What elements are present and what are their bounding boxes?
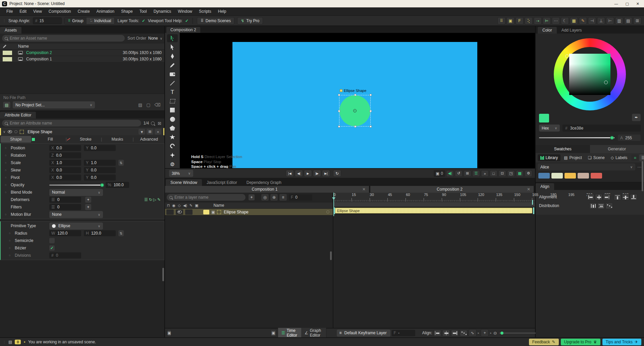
selection-handle[interactable] (370, 126, 372, 128)
direct-select-tool[interactable] (167, 43, 178, 51)
align-right-button[interactable] (451, 330, 459, 336)
panel-mode-icon[interactable]: ▣ (270, 329, 276, 337)
alpha-field[interactable]: A 255 (618, 135, 641, 141)
semicircle-checkbox[interactable] (49, 238, 55, 243)
composition-surface[interactable]: Ellipse Shape (232, 42, 477, 168)
layer-row-ellipse-shape[interactable]: ▣ Ellipse Shape (165, 209, 333, 215)
timeline[interactable]: 0153045607590105120135150165180195210225… (333, 193, 535, 328)
columns-icon[interactable]: ▥ (615, 17, 623, 24)
ease-curve-icon[interactable]: ∿ (469, 329, 477, 337)
keyframe-dot-icon[interactable]: ○ (1, 146, 11, 150)
visibility-eye-icon[interactable] (8, 130, 12, 133)
selection-handle[interactable] (370, 94, 372, 96)
deformer-shape-icon[interactable]: ▷ (153, 197, 156, 202)
deformer-loop-icon[interactable]: ↻ (149, 197, 152, 202)
clear-filter-icon[interactable]: ⊠ (157, 121, 162, 126)
grid-view-icon[interactable]: ⠶ (631, 154, 639, 161)
annotate-icon[interactable]: ✎ (579, 17, 587, 24)
left-panel-scrollbar[interactable] (162, 268, 164, 281)
selection-handle[interactable] (338, 126, 340, 128)
skew-y-field[interactable]: Y0.0 (84, 167, 116, 173)
position-x-field[interactable]: X0.0 (49, 145, 81, 151)
arc-tool[interactable] (167, 142, 178, 150)
alpha-slider[interactable] (539, 137, 614, 138)
keyframe-dot-icon[interactable]: ○ (1, 239, 15, 242)
collapse-chevron-icon[interactable]: ∨ (3, 130, 5, 134)
pivot-x-field[interactable]: X0.0 (49, 175, 81, 181)
go-to-start-button[interactable]: |◀ (286, 170, 294, 177)
layer-bounds-icon[interactable]: ⊡ (498, 170, 506, 177)
viewport-tool-help-checkbox[interactable]: ✓ (185, 18, 189, 23)
asset-search[interactable] (2, 35, 125, 42)
menu-item[interactable]: View (30, 8, 45, 15)
tab-masks[interactable]: Masks (102, 136, 132, 143)
layers-scrollbar[interactable] (330, 251, 332, 260)
radius-h-field[interactable]: H120.0 (84, 230, 116, 236)
polygon-tool[interactable] (167, 124, 178, 132)
scale-x-field[interactable]: X1.0 (49, 160, 81, 166)
asset-search-input[interactable] (10, 36, 122, 41)
tips-and-tricks-button[interactable]: Tips and Tricks ✈ (602, 339, 641, 345)
try-pro-button[interactable]: ↯ Try Pro (237, 17, 263, 24)
align-left-button[interactable] (587, 194, 594, 200)
timeline-overlay-icon[interactable]: ☰ (472, 170, 480, 177)
loop-button[interactable]: ↻ (333, 170, 341, 177)
save-icon[interactable]: ▢ (145, 102, 151, 107)
render-cell[interactable] (185, 209, 193, 215)
tab-javascript-editor[interactable]: JavaScript Editor (202, 179, 242, 186)
layer-tools-checkbox[interactable]: ✓ (142, 18, 145, 23)
frame-bounds-icon[interactable]: □ (490, 170, 497, 177)
position-y-field[interactable]: Y0.0 (84, 145, 116, 151)
align-center-h-button[interactable] (595, 194, 602, 200)
deformer-pen-icon[interactable]: ✎ (157, 197, 161, 202)
solo-ring-icon[interactable] (14, 130, 17, 133)
tab-add-layers[interactable]: Add Layers (557, 27, 587, 34)
close-icon[interactable]: ✕ (526, 187, 531, 192)
audio-icon[interactable]: ◀) (446, 170, 454, 177)
minimize-button[interactable]: — (614, 2, 618, 6)
add-keyframe-icon[interactable]: + (481, 329, 489, 337)
menu-item[interactable]: Shape (118, 8, 136, 15)
keyframe-dot-icon[interactable]: ○ (1, 176, 11, 179)
playhead[interactable] (333, 193, 334, 216)
table-icon[interactable]: ▦ (570, 17, 578, 24)
trash-icon[interactable]: ⌫ (154, 102, 162, 107)
popout-icon[interactable]: ⊞ (147, 129, 153, 135)
keyframe-dot-icon[interactable]: ○ (1, 161, 11, 164)
text-tool[interactable]: T (167, 88, 178, 96)
app-grid-icon[interactable]: ⠿ (497, 17, 505, 24)
align-middle-button[interactable] (622, 194, 629, 200)
keyframe-dot-icon[interactable]: ○ (1, 191, 11, 194)
close-button[interactable]: ✕ (636, 2, 639, 6)
motion-path-icon[interactable]: ⇢ (534, 17, 542, 24)
play-button[interactable]: ▶ (304, 170, 312, 177)
add-deformer-button[interactable]: + (85, 197, 91, 203)
link-radius-icon[interactable]: ⇅ (118, 230, 124, 236)
align-right-button[interactable] (603, 194, 610, 200)
star-tool[interactable] (167, 133, 178, 141)
camera-view-icon[interactable]: ▣ (167, 329, 171, 337)
pivot-tool-icon[interactable]: ⊕ (270, 194, 278, 201)
selection-handle[interactable] (338, 94, 340, 96)
moon-icon[interactable]: ☾ (561, 17, 569, 24)
bezier-checkbox[interactable]: ✓ (49, 245, 55, 251)
swatch-red[interactable] (591, 173, 602, 179)
palette-more-icon[interactable]: ⋯ (637, 165, 642, 169)
palette-dropdown[interactable]: Alice ∨ (538, 163, 635, 170)
labels-button[interactable]: ◇ Labels (608, 154, 630, 161)
select-tool[interactable] (167, 34, 178, 42)
menu-item[interactable]: Create (75, 8, 93, 15)
layer-search-input[interactable] (174, 195, 243, 200)
solo-ring-icon[interactable] (326, 210, 329, 213)
keyframe-dot-icon[interactable]: ○ (1, 246, 15, 250)
frame-badge-icon[interactable]: F (516, 17, 524, 24)
individual-mode-button[interactable]: ⠥ Individual (87, 17, 114, 24)
color-wheel[interactable] (554, 38, 626, 110)
opacity-slider[interactable] (49, 185, 102, 186)
rectangle-tool[interactable] (167, 106, 178, 114)
tab-color[interactable]: Color (538, 27, 557, 34)
project-set-dropdown[interactable]: No Project Set... ∨ (13, 101, 95, 108)
current-color-swatch[interactable] (539, 114, 549, 122)
link-scale-icon[interactable]: ⇅ (118, 160, 124, 166)
range-end-marker[interactable] (532, 200, 533, 205)
